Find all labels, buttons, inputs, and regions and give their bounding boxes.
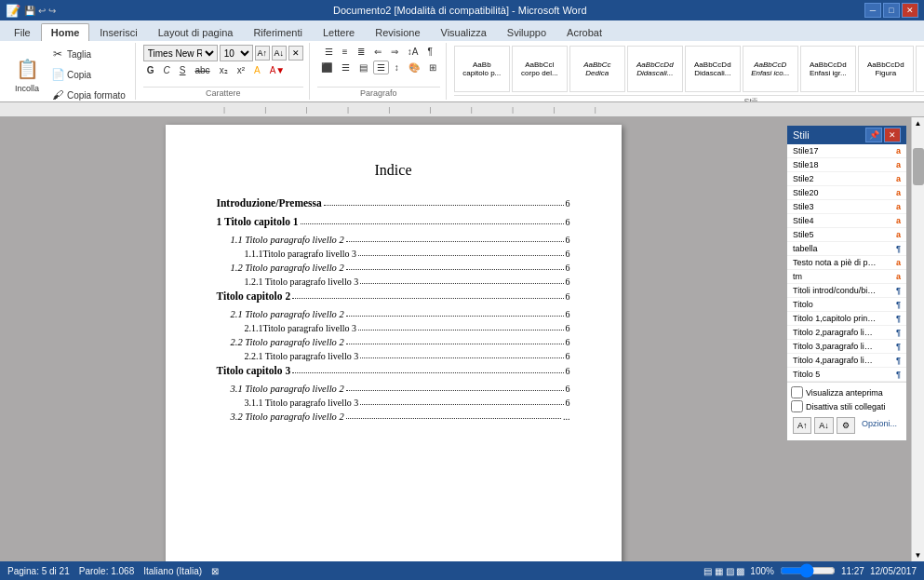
- style-list-item[interactable]: Stile4a: [787, 214, 906, 228]
- ribbon-tab-inserisci[interactable]: Inserisci: [89, 23, 147, 41]
- ribbon-tab-riferimenti[interactable]: Riferimenti: [243, 23, 313, 41]
- borders-button[interactable]: ⊞: [425, 61, 440, 74]
- align-right-button[interactable]: ▤: [355, 61, 371, 74]
- close-button[interactable]: ✕: [902, 3, 918, 18]
- style-capitolop[interactable]: AaBbcapitolo p...: [454, 46, 510, 92]
- ribbon-tab-lettere[interactable]: Lettere: [313, 23, 365, 41]
- toc-text: 3.1 Titolo paragrafo livello 2: [231, 384, 344, 394]
- font-grow-button[interactable]: A↑: [255, 46, 270, 61]
- style-list-item[interactable]: Stile3a: [787, 200, 906, 214]
- preview-checkbox-row: Visualizza anteprima: [791, 386, 903, 398]
- style-didascalia[interactable]: AaBbCcDdDidascali...: [627, 46, 683, 92]
- scroll-up-arrow[interactable]: ▲: [913, 117, 924, 129]
- numbering-button[interactable]: ≡: [339, 45, 352, 59]
- cut-icon: ✂: [50, 47, 65, 61]
- style-list-item[interactable]: Stile2a: [787, 172, 906, 186]
- toc-page: 6: [566, 263, 570, 273]
- style-list-item[interactable]: Stile20a: [787, 186, 906, 200]
- style-list-item[interactable]: Testo nota a piè di paginaa: [787, 256, 906, 270]
- line-spacing-button[interactable]: ↕: [391, 61, 403, 74]
- style-list-item[interactable]: Titolo 5¶: [787, 368, 906, 382]
- window-controls[interactable]: ─ □ ✕: [864, 3, 918, 18]
- toc-dots: [346, 241, 564, 242]
- style-indicator: a: [896, 258, 901, 267]
- style-list-item[interactable]: Stile5a: [787, 228, 906, 242]
- underline-button[interactable]: S: [176, 63, 190, 77]
- disable-checkbox[interactable]: [791, 400, 803, 412]
- style-fontedel[interactable]: AaBbCcDdFonte del...: [916, 46, 924, 92]
- sort-button[interactable]: ↕A: [404, 45, 422, 59]
- decrease-indent-button[interactable]: ⇐: [370, 45, 385, 59]
- subscript-button[interactable]: x₂: [216, 63, 232, 77]
- font-color-button[interactable]: A▼: [266, 63, 289, 77]
- justify-button[interactable]: ☰: [373, 61, 389, 74]
- copy-label: Copia: [67, 70, 91, 80]
- zoom-slider[interactable]: [780, 563, 836, 578]
- style-list-item[interactable]: Titolo¶: [787, 298, 906, 312]
- ribbon-tab-revisione[interactable]: Revisione: [365, 23, 430, 41]
- styles-label: Stili: [454, 95, 924, 102]
- bullets-button[interactable]: ☰: [321, 45, 337, 59]
- style-list-item[interactable]: Titoli introd/condu/bibliogr a¶: [787, 284, 906, 298]
- style-list-item[interactable]: Stile17a: [787, 144, 906, 158]
- toc-text: 1.1.1Titolo paragrafo livello 3: [245, 249, 356, 259]
- clear-format-button[interactable]: ✕: [288, 46, 303, 61]
- styles-panel-close[interactable]: ✕: [884, 128, 901, 142]
- ribbon-tab-sviluppo[interactable]: Sviluppo: [497, 23, 556, 41]
- font-shrink-button[interactable]: A↓: [272, 46, 287, 61]
- preview-checkbox[interactable]: [791, 386, 803, 398]
- styles-quick-content: AaBbcapitolo p... AaBbCclcorpo del... Aa…: [454, 45, 924, 93]
- font-family-select[interactable]: Times New Ro: [143, 45, 218, 61]
- minimize-button[interactable]: ─: [864, 3, 881, 18]
- style-dedica[interactable]: AaBbCcDedica: [569, 46, 625, 92]
- strikethrough-button[interactable]: abc: [192, 63, 214, 77]
- format-painter-button[interactable]: 🖌 Copia formato: [47, 86, 129, 102]
- copy-button[interactable]: 📄 Copia: [47, 65, 129, 84]
- style-corpodel[interactable]: AaBbCclcorpo del...: [512, 46, 568, 92]
- maximize-button[interactable]: □: [883, 3, 900, 18]
- shading-button[interactable]: 🎨: [405, 61, 423, 74]
- increase-indent-button[interactable]: ⇒: [387, 45, 402, 59]
- style-figura[interactable]: AaBbCcDdFigura: [858, 46, 914, 92]
- options-link[interactable]: Opzioni...: [858, 417, 901, 434]
- style-list-item[interactable]: tabella¶: [787, 242, 906, 256]
- font-size-select[interactable]: 10: [220, 45, 253, 61]
- highlight-button[interactable]: A: [250, 63, 264, 77]
- scrollbar-thumb[interactable]: [913, 148, 924, 185]
- toc-entry: Titolo capitolo 36: [217, 365, 570, 376]
- styles-panel-pin[interactable]: 📌: [865, 128, 882, 142]
- style-list-item[interactable]: Titolo 3,paragrafo livello 3¶: [787, 340, 906, 354]
- style-inspector-button[interactable]: A↓: [814, 417, 833, 434]
- ribbon-tab-home[interactable]: Home: [41, 23, 90, 41]
- ribbon-tab-acrobat[interactable]: Acrobat: [556, 23, 612, 41]
- style-list-item[interactable]: Titolo 2,paragrafo livello 2¶: [787, 326, 906, 340]
- superscript-button[interactable]: x²: [234, 63, 248, 77]
- style-list-item[interactable]: Titolo 4,paragrafo livello 4¶: [787, 354, 906, 368]
- italic-button[interactable]: C: [160, 63, 174, 77]
- manage-styles-button[interactable]: ⚙: [837, 417, 855, 434]
- toc-text: 1.2.1 Titolo paragrafo livello 3: [245, 277, 359, 287]
- style-list-item[interactable]: tma: [787, 270, 906, 284]
- toc-dots: [346, 344, 564, 344]
- bold-button[interactable]: G: [143, 63, 158, 77]
- style-list-item[interactable]: Titolo 1,capitolo principale¶: [787, 312, 906, 326]
- window-title: Documento2 [Modalità di compatibilità] -…: [333, 5, 586, 16]
- ribbon-tab-file[interactable]: File: [4, 23, 41, 41]
- style-list-item[interactable]: Stile18a: [787, 158, 906, 172]
- vertical-scrollbar[interactable]: ▲ ▼: [911, 117, 924, 561]
- ribbon-tab-layout di pagina[interactable]: Layout di pagina: [148, 23, 244, 41]
- align-left-button[interactable]: ⬛: [317, 61, 336, 74]
- toc-page: 6: [566, 309, 570, 319]
- align-center-button[interactable]: ☰: [338, 61, 354, 74]
- style-enfasi2[interactable]: AaBbCcDdEnfasi igr...: [800, 46, 856, 92]
- style-enfasi[interactable]: AaBbCcDEnfasi ico...: [743, 46, 798, 92]
- new-style-button[interactable]: A↑: [793, 417, 811, 434]
- toc-text: 2.1.1Titolo paragrafo livello 3: [245, 323, 356, 333]
- ribbon-tab-visualizza[interactable]: Visualizza: [431, 23, 497, 41]
- show-marks-button[interactable]: ¶: [423, 45, 435, 59]
- scroll-down-arrow[interactable]: ▼: [913, 549, 924, 561]
- cut-button[interactable]: ✂ Taglia: [47, 45, 129, 63]
- paste-button[interactable]: 📋 Incolla: [9, 50, 45, 99]
- style-didascalia2[interactable]: AaBbCcDdDidascali...: [685, 46, 741, 92]
- multilevel-button[interactable]: ≣: [354, 45, 368, 59]
